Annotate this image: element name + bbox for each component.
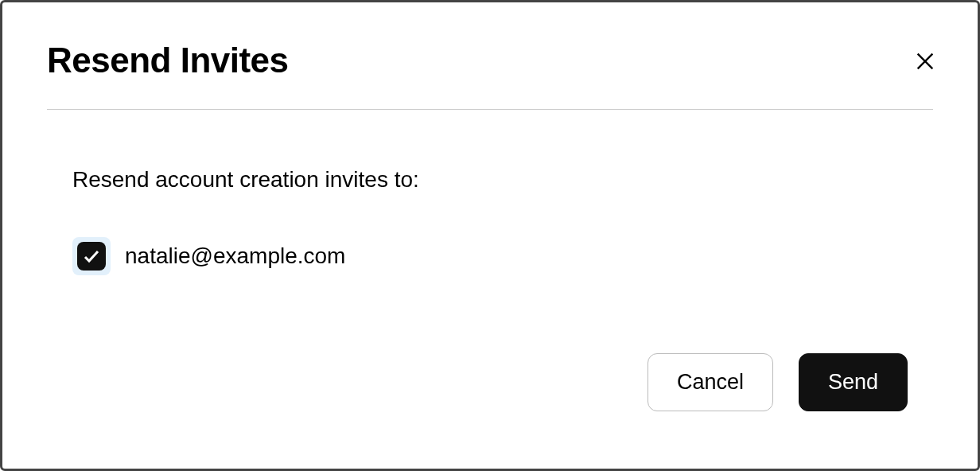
recipient-email: natalie@example.com [125,243,345,269]
send-button[interactable]: Send [799,353,908,411]
cancel-button[interactable]: Cancel [648,353,773,411]
modal-title: Resend Invites [47,41,289,80]
modal-footer: Cancel Send [47,353,933,430]
recipient-checkbox[interactable] [72,237,111,275]
modal-body: Resend account creation invites to: nata… [47,110,933,353]
recipient-row: natalie@example.com [72,237,933,275]
close-icon [914,50,936,72]
prompt-text: Resend account creation invites to: [72,167,933,193]
checkbox-checked-icon [77,242,106,271]
modal-header: Resend Invites [47,41,933,110]
resend-invites-modal: Resend Invites Resend account creation i… [2,2,978,469]
close-button[interactable] [911,47,939,78]
